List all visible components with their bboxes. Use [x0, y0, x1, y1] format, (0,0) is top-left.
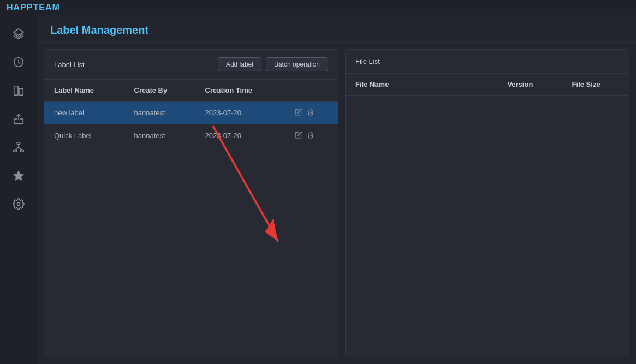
svg-rect-4 — [17, 142, 20, 145]
file-panel: File List File Name Version File Size — [345, 49, 629, 357]
file-col-name-header: File Name — [355, 80, 488, 88]
label-create-by-cell: hannatest — [124, 102, 195, 124]
label-name-cell: Quick Label — [44, 124, 124, 147]
delete-icon[interactable] — [307, 108, 314, 117]
file-table-header: File Name Version File Size — [346, 74, 629, 96]
label-row-actions — [285, 102, 338, 124]
panels-row: Label List Add label Batch operation Lab… — [37, 43, 636, 364]
label-table: Label Name Create By Creation Time new l… — [44, 80, 338, 147]
svg-rect-2 — [14, 86, 17, 96]
add-label-button[interactable]: Add label — [218, 57, 261, 71]
file-col-size-header: File Size — [553, 80, 619, 88]
label-table-row[interactable]: Quick Labelhannatest2023-07-20 — [44, 124, 338, 147]
label-creation-time-cell: 2023-07-20 — [195, 124, 286, 147]
sidebar-item-chart[interactable] — [7, 79, 31, 103]
svg-point-11 — [17, 202, 20, 206]
file-col-version-header: Version — [488, 80, 554, 88]
delete-icon[interactable] — [307, 131, 314, 140]
svg-rect-6 — [20, 150, 23, 152]
sidebar — [0, 15, 37, 364]
col-creation-time: Creation Time — [195, 80, 286, 102]
sidebar-item-settings[interactable] — [7, 192, 31, 216]
edit-icon[interactable] — [295, 108, 302, 117]
svg-line-9 — [19, 147, 22, 150]
sidebar-item-star[interactable] — [7, 164, 31, 188]
label-panel-body: Label Name Create By Creation Time new l… — [44, 80, 338, 357]
label-panel: Label List Add label Batch operation Lab… — [44, 49, 338, 357]
page-header: Label Management — [37, 15, 636, 43]
svg-marker-10 — [13, 171, 23, 180]
svg-rect-5 — [13, 150, 16, 152]
content-area: Label Management Label List Add label Ba… — [37, 15, 636, 364]
batch-operation-button[interactable]: Batch operation — [266, 57, 328, 71]
file-panel-header: File List — [346, 50, 629, 74]
label-list-title: Label List — [54, 61, 85, 69]
svg-line-8 — [15, 147, 18, 150]
label-create-by-cell: hannatest — [124, 124, 195, 147]
sidebar-item-layers[interactable] — [7, 22, 31, 46]
col-label-name: Label Name — [44, 80, 124, 102]
label-creation-time-cell: 2023-07-20 — [195, 102, 286, 124]
label-panel-header: Label List Add label Batch operation — [44, 50, 338, 80]
label-row-actions — [285, 124, 338, 147]
sidebar-item-network[interactable] — [7, 135, 31, 159]
label-table-row[interactable]: new labelhannatest2023-07-20 — [44, 102, 338, 124]
file-table-container — [346, 96, 629, 357]
page-title: Label Management — [50, 24, 623, 37]
label-table-header-row: Label Name Create By Creation Time — [44, 80, 338, 102]
col-create-by: Create By — [124, 80, 195, 102]
col-actions — [285, 80, 338, 102]
label-panel-actions: Add label Batch operation — [218, 57, 328, 71]
sidebar-item-clock[interactable] — [7, 50, 31, 74]
label-table-container: Label Name Create By Creation Time new l… — [44, 80, 338, 152]
label-name-cell: new label — [44, 102, 124, 124]
edit-icon[interactable] — [295, 131, 302, 140]
svg-rect-3 — [19, 88, 22, 95]
file-list-title: File List — [355, 57, 380, 65]
app-title: HAPPTEAM — [7, 3, 60, 13]
sidebar-item-export[interactable] — [7, 107, 31, 131]
